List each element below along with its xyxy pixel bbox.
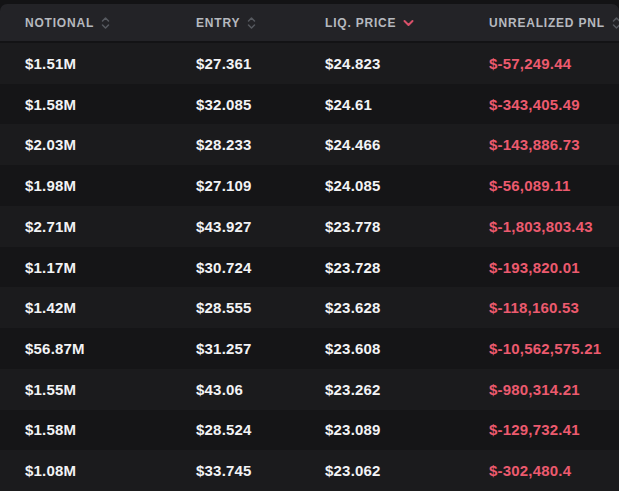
entry-value: $31.257 — [171, 340, 300, 357]
notional-value: $1.08M — [0, 462, 171, 479]
entry-value: $28.233 — [171, 136, 300, 153]
table-row: $1.42M $28.555 $23.628 $-118,160.53 — [0, 287, 619, 328]
liq-price-value: $23.089 — [300, 421, 464, 438]
entry-value: $27.109 — [171, 177, 300, 194]
entry-value: $43.927 — [171, 218, 300, 235]
sort-updown-icon — [247, 16, 256, 30]
liq-price-value: $24.823 — [300, 55, 464, 72]
notional-value: $1.42M — [0, 299, 171, 316]
column-header-label: ENTRY — [196, 16, 240, 30]
liq-price-value: $24.61 — [300, 96, 464, 113]
table-row: $2.71M $43.927 $23.778 $-1,803,803.43 — [0, 206, 619, 247]
notional-value: $2.71M — [0, 218, 171, 235]
table-row: $2.03M $28.233 $24.466 $-143,886.73 — [0, 124, 619, 165]
liq-price-value: $24.085 — [300, 177, 464, 194]
entry-value: $32.085 — [171, 96, 300, 113]
column-header-entry[interactable]: ENTRY — [171, 4, 300, 41]
liq-price-value: $23.728 — [300, 259, 464, 276]
table-row: $1.17M $30.724 $23.728 $-193,820.01 — [0, 247, 619, 288]
entry-value: $28.524 — [171, 421, 300, 438]
liq-price-value: $23.608 — [300, 340, 464, 357]
unrealized-pnl-value: $-129,732.41 — [464, 421, 619, 438]
notional-value: $1.98M — [0, 177, 171, 194]
column-header-liq_price[interactable]: LIQ. PRICE — [300, 4, 464, 41]
entry-value: $28.555 — [171, 299, 300, 316]
chevron-down-icon — [403, 19, 414, 27]
liq-price-value: $23.062 — [300, 462, 464, 479]
positions-table: NOTIONAL ENTRY LIQ. PRICE UNREALIZED PNL… — [0, 0, 619, 491]
notional-value: $1.55M — [0, 381, 171, 398]
table-row: $1.58M $32.085 $24.61 $-343,405.49 — [0, 84, 619, 125]
unrealized-pnl-value: $-57,249.44 — [464, 55, 619, 72]
unrealized-pnl-value: $-118,160.53 — [464, 299, 619, 316]
sort-updown-icon — [101, 16, 110, 30]
liq-price-value: $23.628 — [300, 299, 464, 316]
column-header-label: UNREALIZED PNL — [489, 16, 605, 30]
unrealized-pnl-value: $-143,886.73 — [464, 136, 619, 153]
entry-value: $43.06 — [171, 381, 300, 398]
table-header-row: NOTIONAL ENTRY LIQ. PRICE UNREALIZED PNL — [0, 4, 619, 41]
table-row: $1.58M $28.524 $23.089 $-129,732.41 — [0, 410, 619, 451]
unrealized-pnl-value: $-343,405.49 — [464, 96, 619, 113]
sort-updown-icon — [612, 16, 619, 30]
notional-value: $1.51M — [0, 55, 171, 72]
unrealized-pnl-value: $-193,820.01 — [464, 259, 619, 276]
unrealized-pnl-value: $-10,562,575.21 — [464, 340, 619, 357]
column-header-notional[interactable]: NOTIONAL — [0, 4, 171, 41]
table-header-wrap: NOTIONAL ENTRY LIQ. PRICE UNREALIZED PNL — [0, 0, 619, 43]
notional-value: $1.58M — [0, 421, 171, 438]
notional-value: $56.87M — [0, 340, 171, 357]
column-header-label: NOTIONAL — [25, 16, 94, 30]
unrealized-pnl-value: $-56,089.11 — [464, 177, 619, 194]
entry-value: $33.745 — [171, 462, 300, 479]
entry-value: $27.361 — [171, 55, 300, 72]
table-row: $1.51M $27.361 $24.823 $-57,249.44 — [0, 43, 619, 84]
liq-price-value: $24.466 — [300, 136, 464, 153]
entry-value: $30.724 — [171, 259, 300, 276]
table-body: $1.51M $27.361 $24.823 $-57,249.44 $1.58… — [0, 43, 619, 491]
column-header-unrealized_pnl[interactable]: UNREALIZED PNL — [464, 4, 619, 41]
liq-price-value: $23.778 — [300, 218, 464, 235]
liq-price-value: $23.262 — [300, 381, 464, 398]
unrealized-pnl-value: $-980,314.21 — [464, 381, 619, 398]
table-row: $1.98M $27.109 $24.085 $-56,089.11 — [0, 165, 619, 206]
table-row: $1.08M $33.745 $23.062 $-302,480.4 — [0, 450, 619, 491]
notional-value: $2.03M — [0, 136, 171, 153]
table-row: $1.55M $43.06 $23.262 $-980,314.21 — [0, 369, 619, 410]
unrealized-pnl-value: $-1,803,803.43 — [464, 218, 619, 235]
notional-value: $1.58M — [0, 96, 171, 113]
column-header-label: LIQ. PRICE — [325, 16, 396, 30]
notional-value: $1.17M — [0, 259, 171, 276]
unrealized-pnl-value: $-302,480.4 — [464, 462, 619, 479]
table-row: $56.87M $31.257 $23.608 $-10,562,575.21 — [0, 328, 619, 369]
